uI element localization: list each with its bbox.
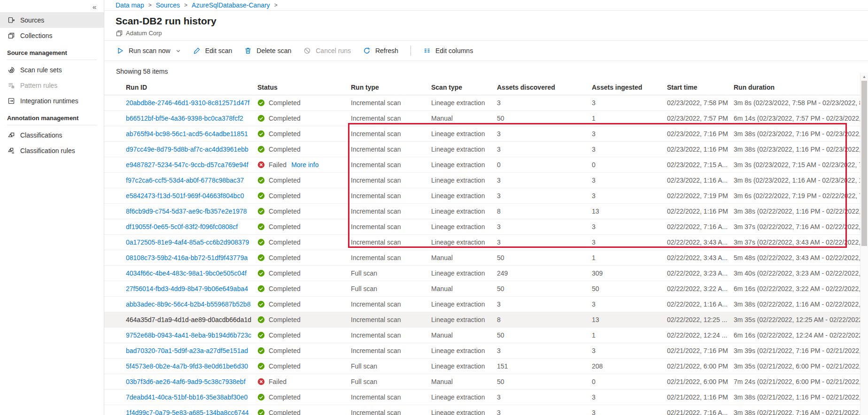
run-id-link[interactable]: 7deabd41-40ca-51bf-bb16-35e38abf30e0: [126, 393, 248, 401]
breadcrumb-sources[interactable]: Sources: [156, 1, 180, 9]
run-type-cell: Full scan: [351, 378, 431, 385]
run-id-link[interactable]: abb3adec-8b9c-56c4-b2b4-b559687b52b8: [126, 300, 250, 308]
scrollbar-thumb[interactable]: [861, 81, 867, 246]
table-row[interactable]: b66512bf-bf5e-4a36-9398-bc0ca378fcf2Comp…: [104, 111, 868, 126]
run-id-link[interactable]: 08108c73-59b2-416a-bb72-51df9f43779a: [126, 254, 248, 261]
run-id-link[interactable]: ab765f94-bc98-56c1-acd5-6c4adbe11851: [126, 130, 248, 138]
sidebar-section-heading: Source management: [0, 43, 104, 60]
table-row[interactable]: 03b7f3d6-ae26-4af6-9ad9-5c38c7938ebfFail…: [104, 374, 868, 390]
delete-scan-button[interactable]: Delete scan: [244, 47, 291, 55]
table-row[interactable]: df19055f-0e65-5c0f-83f2-f096fc0808cfComp…: [104, 219, 868, 235]
run-duration-cell: 3m 6s (02/22/2022, 7:19 PM - 02/22/2022,…: [734, 192, 868, 200]
status-text: Failed: [269, 378, 287, 385]
table-row[interactable]: 9752e68b-0943-4a41-8eba-9b194d6b723cComp…: [104, 328, 868, 343]
table-row[interactable]: bad70320-70a1-5d9f-a23a-a27df5e151adComp…: [104, 343, 868, 359]
column-header-start-time[interactable]: Start time: [667, 84, 734, 91]
edit-columns-button[interactable]: Edit columns: [423, 47, 473, 55]
table-row[interactable]: 7deabd41-40ca-51bf-bb16-35e38abf30e0Comp…: [104, 390, 868, 405]
table-row[interactable]: e9487827-5234-547c-9ccb-d57ca769e94fFail…: [104, 157, 868, 173]
run-id-link[interactable]: f97c2ca6-ccf5-53d4-ab0f-6778c98bac37: [126, 177, 244, 184]
run-type-cell: Incremental scan: [351, 316, 431, 323]
circle-slash-icon: [303, 47, 311, 55]
status-text: Completed: [269, 177, 301, 184]
run-id-link[interactable]: e9487827-5234-547c-9ccb-d57ca769e94f: [126, 161, 248, 169]
run-duration-cell: 3m 8s (02/23/2022, 7:58 PM - 02/23/2022,…: [734, 99, 868, 107]
run-id-link[interactable]: 1f4d99c7-0a79-5e83-a685-134ba8cc6744: [126, 409, 249, 415]
start-time-cell: 02/23/2022, 7:57 PM: [667, 115, 734, 122]
scan-type-cell: Lineage extraction: [431, 362, 497, 370]
run-id-link[interactable]: 5f4573e8-0b2e-4a7b-9fd3-8e0d61be6d30: [126, 362, 248, 370]
status-text: Completed: [269, 316, 301, 323]
table-row[interactable]: abb3adec-8b9c-56c4-b2b4-b559687b52b8Comp…: [104, 297, 868, 312]
run-id-link[interactable]: 4034f66c-4be4-483c-98a1-9bc0e505c04f: [126, 269, 247, 277]
assets-discovered-cell: 249: [497, 269, 592, 277]
run-id-link[interactable]: df19055f-0e65-5c0f-83f2-f096fc0808cf: [126, 223, 238, 231]
chevron-down-icon[interactable]: [176, 48, 181, 54]
breadcrumb-data-map[interactable]: Data map: [116, 1, 144, 9]
breadcrumb-source-name[interactable]: AzureSqlDatabase-Canary: [192, 1, 270, 9]
run-id-link[interactable]: b66512bf-bf5e-4a36-9398-bc0ca378fcf2: [126, 115, 243, 122]
table-row[interactable]: e5842473-f13d-501f-969f-04663f804bc0Comp…: [104, 188, 868, 204]
scan-type-cell: Lineage extraction: [431, 99, 497, 107]
table-row[interactable]: 20abdb8e-2746-46d1-9310-8c812571d47fComp…: [104, 95, 868, 111]
run-id-link[interactable]: 8f6cb9d9-c754-5d37-ae9c-fb357e2e1978: [126, 208, 247, 215]
table-row[interactable]: 1f4d99c7-0a79-5e83-a685-134ba8cc6744Comp…: [104, 405, 868, 415]
refresh-button[interactable]: Refresh: [363, 47, 398, 55]
column-header-run-duration[interactable]: Run duration: [734, 84, 868, 91]
scan-type-cell: Lineage extraction: [431, 208, 497, 215]
sidebar-collapse-icon[interactable]: «: [93, 3, 96, 11]
assets-ingested-cell: 3: [592, 192, 667, 200]
assets-discovered-cell: 3: [497, 238, 592, 246]
column-header-status[interactable]: Status: [257, 84, 351, 91]
run-id-link[interactable]: d97cc49e-8d79-5d8b-af7c-ac4dd3961ebb: [126, 146, 248, 153]
run-id-link[interactable]: bad70320-70a1-5d9f-a23a-a27df5e151ad: [126, 347, 248, 354]
start-time-cell: 02/22/2022, 3:43 A...: [667, 238, 734, 246]
column-header-assets-discovered[interactable]: Assets discovered: [497, 84, 592, 91]
vertical-scrollbar[interactable]: ▲: [860, 73, 868, 415]
run-scan-now-label: Run scan now: [129, 47, 170, 54]
table-row[interactable]: ab765f94-bc98-56c1-acd5-6c4adbe11851Comp…: [104, 126, 868, 142]
sidebar-item-label: Sources: [20, 16, 44, 24]
sidebar-item-classifications[interactable]: Classifications: [0, 127, 104, 143]
table-row[interactable]: 27f56014-fbd3-4dd9-8b47-9b06e649aba4Comp…: [104, 281, 868, 297]
column-header-run-id[interactable]: Run ID: [126, 84, 257, 91]
table-row[interactable]: d97cc49e-8d79-5d8b-af7c-ac4dd3961ebbComp…: [104, 142, 868, 157]
run-duration-cell: 3m 38s (02/23/2022, 7:16 PM - 02/23/2022…: [734, 130, 868, 138]
table-row[interactable]: 4034f66c-4be4-483c-98a1-9bc0e505c04fComp…: [104, 266, 868, 281]
sidebar-item-sources[interactable]: Sources: [0, 12, 104, 28]
start-time-cell: 02/21/2022, 1:16 PM: [667, 393, 734, 401]
sidebar-item-label: Pattern rules: [20, 82, 57, 89]
pattern-rules-icon: [7, 81, 15, 89]
table-row[interactable]: 0a172505-81e9-4af4-85a5-cc6b2d908379Comp…: [104, 235, 868, 250]
run-id-link[interactable]: e5842473-f13d-501f-969f-04663f804bc0: [126, 192, 244, 200]
run-id-link[interactable]: 20abdb8e-2746-46d1-9310-8c812571d47f: [126, 99, 249, 107]
scan-type-cell: Lineage extraction: [431, 347, 497, 354]
run-scan-now-button[interactable]: Run scan now: [116, 47, 181, 55]
sidebar-item-scan-rule-sets[interactable]: Scan rule sets: [0, 62, 104, 77]
sidebar-item-collections[interactable]: Collections: [0, 28, 104, 43]
run-id-link[interactable]: 9752e68b-0943-4a41-8eba-9b194d6b723c: [126, 331, 251, 339]
column-header-run-type[interactable]: Run type: [351, 84, 431, 91]
more-info-link[interactable]: More info: [291, 161, 318, 169]
table-row[interactable]: f97c2ca6-ccf5-53d4-ab0f-6778c98bac37Comp…: [104, 173, 868, 188]
table-row[interactable]: 464a35d7-d1a9-4d1d-ae89-d0acdb66da1dComp…: [104, 312, 868, 328]
scrollbar-up-arrow-icon[interactable]: ▲: [860, 73, 868, 80]
run-id-link[interactable]: 0a172505-81e9-4af4-85a5-cc6b2d908379: [126, 238, 249, 246]
table-row[interactable]: 8f6cb9d9-c754-5d37-ae9c-fb357e2e1978Comp…: [104, 204, 868, 219]
table-row[interactable]: 5f4573e8-0b2e-4a7b-9fd3-8e0d61be6d30Comp…: [104, 359, 868, 374]
sidebar-item-integration-runtimes[interactable]: Integration runtimes: [0, 93, 104, 108]
run-type-cell: Full scan: [351, 269, 431, 277]
assets-ingested-cell: 309: [592, 269, 667, 277]
table-row[interactable]: 08108c73-59b2-416a-bb72-51df9f43779aComp…: [104, 250, 868, 266]
status-text: Completed: [269, 393, 301, 401]
column-header-assets-ingested[interactable]: Assets ingested: [592, 84, 667, 91]
assets-discovered-cell: 8: [497, 208, 592, 215]
edit-scan-button[interactable]: Edit scan: [193, 47, 232, 55]
start-time-cell: 02/23/2022, 7:58 PM: [667, 99, 734, 107]
run-id-link[interactable]: 03b7f3d6-ae26-4af6-9ad9-5c38c7938ebf: [126, 378, 246, 385]
sidebar-divider: [7, 125, 97, 125]
run-id-link[interactable]: 27f56014-fbd3-4dd9-8b47-9b06e649aba4: [126, 285, 248, 292]
column-header-scan-type[interactable]: Scan type: [431, 84, 497, 91]
run-id-link[interactable]: 464a35d7-d1a9-4d1d-ae89-d0acdb66da1d: [126, 316, 251, 323]
sidebar-item-classification-rules[interactable]: Classification rules: [0, 143, 104, 158]
